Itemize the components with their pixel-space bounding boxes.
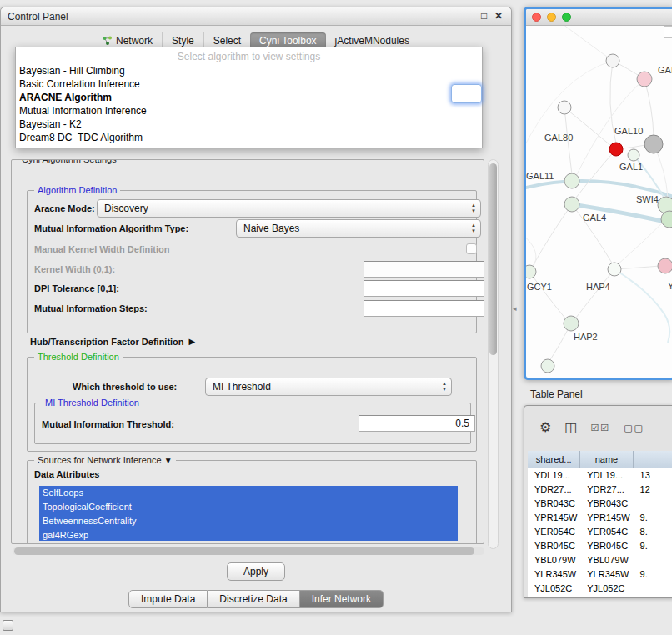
vertical-scrollbar-thumb[interactable] — [489, 163, 497, 355]
table-row[interactable]: YJL052CYJL052C — [528, 582, 672, 596]
network-svg: GAL80GAL10GAL11GAL1SWI4GAL4GCY1HAP4HAP2G… — [526, 26, 672, 378]
network-node[interactable] — [606, 54, 619, 68]
node-label: GAL — [658, 65, 672, 75]
zoom-traffic-light-icon[interactable] — [562, 12, 571, 22]
network-node[interactable] — [526, 265, 536, 278]
manual-kernel-checkbox[interactable] — [466, 243, 477, 254]
attribute-item-gal4rgexp[interactable]: gal4RGexp — [39, 528, 458, 541]
network-node[interactable] — [628, 149, 639, 161]
splitter-collapse-handle[interactable]: ◂ — [513, 304, 517, 312]
mi-threshold-input[interactable] — [359, 415, 475, 432]
column-header-0[interactable]: shared... — [528, 451, 580, 468]
horizontal-scrollbar-thumb[interactable] — [14, 548, 474, 555]
expanded-arrow-icon[interactable]: ▼ — [164, 456, 173, 465]
kernel-width-label: Kernel Width (0,1): — [34, 264, 115, 274]
table-cell: YER054C — [580, 525, 633, 539]
hub-definition-toggle[interactable]: Hub/Transcription Factor Definition ▶ — [30, 337, 195, 347]
attributes-list[interactable]: SelfLoopsTopologicalCoefficientBetweenne… — [39, 486, 458, 541]
algorithm-option-aracne-algorithm[interactable]: ARACNE Algorithm — [16, 91, 482, 104]
network-node[interactable] — [541, 359, 554, 372]
network-node[interactable] — [637, 72, 652, 87]
network-edge[interactable] — [576, 149, 616, 198]
table-cell: YBR045C — [528, 539, 580, 553]
table-cell: YJL052C — [580, 582, 633, 596]
algorithm-option-bayesian-k2[interactable]: Bayesian - K2 — [16, 118, 482, 131]
network-edge[interactable] — [529, 272, 566, 319]
algorithm-option-dream8-dc-tdc-algorithm[interactable]: Dream8 DC_TDC Algorithm — [16, 131, 482, 144]
table-row[interactable]: YLR345WYLR345W9. — [528, 568, 672, 582]
tab-label: jActiveMNodules — [335, 35, 409, 47]
apply-button[interactable]: Apply — [227, 562, 285, 581]
control-panel-titlebar[interactable]: Control Panel □ ✕ — [1, 8, 511, 26]
network-node[interactable] — [658, 258, 672, 273]
cyni-algorithm-settings-group: Cyni Algorithm Settings Algorithm Defini… — [11, 159, 484, 544]
select-all-icon[interactable]: ☑☑ — [590, 421, 610, 434]
settings-vertical-scrollbar[interactable] — [488, 159, 499, 549]
network-node[interactable] — [608, 262, 621, 276]
bottom-tab-discretize-data[interactable]: Discretize Data — [208, 590, 299, 608]
network-edge[interactable] — [614, 269, 669, 342]
bottom-tab-infer-network[interactable]: Infer Network — [300, 590, 384, 608]
column-header-2[interactable] — [634, 451, 672, 468]
attribute-item-selfloops[interactable]: SelfLoops — [39, 486, 458, 500]
attribute-item-topologicalcoefficient[interactable]: TopologicalCoefficient — [39, 500, 458, 514]
mi-steps-input[interactable] — [364, 300, 484, 317]
network-window-titlebar[interactable] — [526, 9, 672, 26]
bottom-tab-impute-data[interactable]: Impute Data — [128, 590, 208, 608]
node-label: HAP4 — [586, 282, 610, 292]
network-edge[interactable] — [559, 26, 613, 61]
table-cell: 9. — [634, 568, 672, 582]
network-scrollbar-stub[interactable] — [664, 26, 672, 38]
network-node[interactable] — [644, 135, 663, 153]
docked-panel-icon[interactable] — [3, 620, 13, 631]
network-edge[interactable] — [644, 79, 654, 136]
network-edge[interactable] — [576, 269, 614, 318]
network-edge[interactable] — [616, 219, 666, 266]
network-node[interactable] — [661, 211, 672, 228]
algorithm-combo-focused-button[interactable] — [451, 84, 482, 103]
table-row[interactable]: YPR145WYPR145W9. — [528, 511, 672, 525]
network-node[interactable] — [558, 101, 571, 114]
combo-arrows-icon: ▲▼ — [442, 381, 447, 392]
column-header-1[interactable]: name — [580, 451, 633, 468]
network-node[interactable] — [609, 142, 623, 156]
network-node[interactable] — [564, 316, 579, 331]
sources-title-text: Sources for Network Inference — [38, 455, 162, 465]
mi-threshold-group: MI Threshold Definition Mutual Informati… — [34, 402, 471, 444]
table-row[interactable]: YBR043CYBR043C — [528, 497, 672, 511]
columns-icon[interactable]: ◫ — [564, 421, 577, 434]
network-node[interactable] — [564, 173, 579, 188]
table-row[interactable]: YDL19...YDL19...13 — [528, 468, 672, 482]
table-row[interactable]: YBL079WYBL079W — [528, 553, 672, 568]
aracne-mode-select[interactable]: Discovery ▲▼ — [97, 199, 481, 218]
settings-horizontal-scrollbar[interactable] — [13, 548, 484, 555]
dpi-tolerance-input[interactable] — [364, 280, 484, 297]
combo-arrows-icon: ▲▼ — [471, 202, 476, 214]
algorithm-option-basic-correlation-inference[interactable]: Basic Correlation Inference — [16, 78, 482, 91]
table-row[interactable]: YBR045CYBR045C9. — [528, 539, 672, 553]
table-cell: 8. — [634, 525, 672, 539]
algorithm-option-bayesian-hill-climbing[interactable]: Bayesian - Hill Climbing — [16, 64, 482, 78]
mi-type-select[interactable]: Naive Bayes ▲▼ — [236, 219, 481, 238]
attribute-item-betweennesscentrality[interactable]: BetweennessCentrality — [39, 514, 458, 528]
node-label: GAL11 — [526, 171, 554, 181]
which-threshold-label: Which threshold to use: — [73, 382, 177, 392]
algorithm-definition-group: Algorithm Definition Aracne Mode: Discov… — [27, 190, 477, 333]
close-traffic-light-icon[interactable] — [532, 12, 541, 22]
gear-icon[interactable]: ⚙ — [539, 421, 551, 434]
network-canvas[interactable]: GAL80GAL10GAL11GAL1SWI4GAL4GCY1HAP4HAP2G… — [526, 26, 672, 378]
node-label: SWI4 — [636, 194, 659, 204]
minimize-traffic-light-icon[interactable] — [547, 12, 556, 22]
deselect-all-icon[interactable]: ▢▢ — [624, 421, 644, 434]
network-view-window[interactable]: GAL80GAL10GAL11GAL1SWI4GAL4GCY1HAP4HAP2G… — [524, 7, 672, 380]
algorithm-option-mutual-information-inference[interactable]: Mutual Information Inference — [16, 104, 482, 118]
float-window-icon[interactable]: □ — [481, 10, 487, 22]
table-row[interactable]: YER054CYER054C8. — [528, 525, 672, 539]
window-title: Control Panel — [8, 11, 68, 22]
network-node[interactable] — [564, 197, 579, 212]
kernel-width-input[interactable] — [364, 261, 484, 278]
which-threshold-select[interactable]: MI Threshold ▲▼ — [205, 378, 452, 396]
network-edge[interactable] — [533, 204, 572, 266]
table-row[interactable]: YDR27...YDR27...12 — [528, 482, 672, 497]
close-window-icon[interactable]: ✕ — [494, 10, 503, 22]
